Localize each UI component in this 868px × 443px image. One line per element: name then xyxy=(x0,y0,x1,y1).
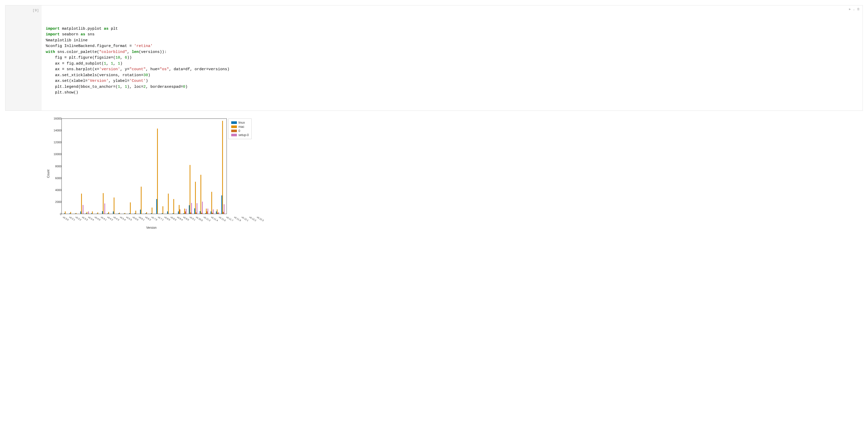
code-input[interactable]: ▶ ⌄ 🗑 import matplotlib.pyplot as pltimp… xyxy=(41,5,863,110)
bar xyxy=(202,202,203,213)
expand-icon[interactable]: ⌄ xyxy=(853,7,855,12)
bar-group xyxy=(198,119,204,214)
bar-group xyxy=(128,119,133,214)
bar xyxy=(108,212,109,214)
bar-group xyxy=(139,119,144,214)
bar xyxy=(191,203,192,214)
bar xyxy=(200,175,201,213)
bar-group xyxy=(204,119,209,214)
bar xyxy=(114,198,115,213)
legend-swatch xyxy=(231,121,237,124)
bar xyxy=(162,206,163,214)
legend-swatch xyxy=(231,130,237,132)
bar-group xyxy=(188,119,193,214)
bar xyxy=(83,205,84,214)
legend-label: linux xyxy=(239,121,245,125)
bar xyxy=(70,212,71,214)
bar-group xyxy=(68,119,74,214)
bar xyxy=(88,211,89,213)
bar-group xyxy=(215,119,220,214)
bar xyxy=(119,213,120,213)
code-line: plt.legend(bbox_to_anchor=(1, 1), loc=2,… xyxy=(46,84,859,90)
bar xyxy=(81,194,82,213)
bar xyxy=(104,203,105,213)
bar xyxy=(173,199,174,214)
code-line: %matplotlib inline xyxy=(46,38,859,44)
bar xyxy=(211,192,212,213)
y-axis: 0200040006000800010000120001400016000 xyxy=(51,118,61,214)
bar-group xyxy=(112,119,117,214)
bar xyxy=(195,182,196,214)
execution-count: [9] xyxy=(8,8,39,12)
bar-group xyxy=(85,119,90,214)
legend-item: setup-0 xyxy=(231,133,249,137)
bar xyxy=(146,212,147,214)
bar xyxy=(135,211,136,214)
bar-group xyxy=(74,119,79,214)
x-axis-label: Version xyxy=(51,226,252,230)
legend-label: setup-0 xyxy=(239,133,249,137)
code-line: %config InlineBackend.figure_format = 'r… xyxy=(46,43,859,49)
bar-group xyxy=(166,119,171,214)
bar xyxy=(141,186,142,213)
bar xyxy=(168,194,169,213)
plot-area xyxy=(61,118,227,214)
bar xyxy=(130,202,131,214)
bar-group xyxy=(63,119,68,214)
bar-group xyxy=(122,119,128,214)
bar xyxy=(224,204,224,214)
code-line: fig = plt.figure(figsize=(10, 6)) xyxy=(46,55,859,61)
bar-group xyxy=(171,119,177,214)
bar xyxy=(208,209,208,214)
code-line: with sns.color_palette("colorblind", len… xyxy=(46,49,859,55)
bar-group xyxy=(106,119,112,214)
bar xyxy=(76,213,76,214)
legend-item: linux xyxy=(231,121,249,125)
bar-group xyxy=(209,119,215,214)
bar xyxy=(218,212,219,214)
bar xyxy=(65,211,66,213)
code-line: ax = sns.barplot(x='version', y="count",… xyxy=(46,67,859,72)
y-axis-label: Count xyxy=(46,170,50,178)
prompt-area: [9] xyxy=(5,5,41,110)
x-tick: v0.12.3 xyxy=(256,214,265,222)
bar-group xyxy=(101,119,106,214)
bar-group xyxy=(155,119,160,214)
bar xyxy=(152,208,152,213)
code-cell: [9] ▶ ⌄ 🗑 import matplotlib.pyplot as pl… xyxy=(5,5,863,111)
bar xyxy=(97,212,98,214)
bar xyxy=(186,209,187,214)
bar xyxy=(222,121,223,214)
bar-group xyxy=(220,119,225,214)
bar xyxy=(125,213,125,213)
bar-group xyxy=(193,119,198,214)
code-line: ax = fig.add_subplot(1, 1, 1) xyxy=(46,61,859,67)
bar-group xyxy=(90,119,95,214)
bar xyxy=(180,209,180,213)
bar-group xyxy=(79,119,85,214)
bar xyxy=(157,129,158,214)
delete-cell-icon[interactable]: 🗑 xyxy=(857,7,860,12)
bar-group xyxy=(117,119,122,214)
code-line: plt.show() xyxy=(46,90,859,96)
bar-group xyxy=(133,119,139,214)
barplot: Count 0200040006000800010000120001400016… xyxy=(46,118,863,230)
bar xyxy=(190,165,190,213)
legend-item: mac xyxy=(231,125,249,129)
cell-output: Count 0200040006000800010000120001400016… xyxy=(5,116,863,232)
bar xyxy=(87,212,87,214)
bar-group xyxy=(160,119,166,214)
code-line: ax.set_xticklabels(versions, rotation=30… xyxy=(46,72,859,78)
legend-item: 0 xyxy=(231,129,249,133)
bar xyxy=(92,211,93,213)
legend-swatch xyxy=(231,126,237,128)
x-axis: v0.3.0v0.3.1v0.3.2v0.3.3v0.3.4v0.4.0v0.4… xyxy=(63,214,228,219)
bar-group xyxy=(144,119,150,214)
run-cell-icon[interactable]: ▶ xyxy=(849,7,851,12)
code-line: ax.set(xlabel='Version', ylabel='Count') xyxy=(46,78,859,84)
bar xyxy=(103,193,103,214)
bar-group xyxy=(182,119,188,214)
legend-swatch xyxy=(231,134,237,136)
bar-group xyxy=(150,119,155,214)
legend-label: mac xyxy=(239,125,244,129)
